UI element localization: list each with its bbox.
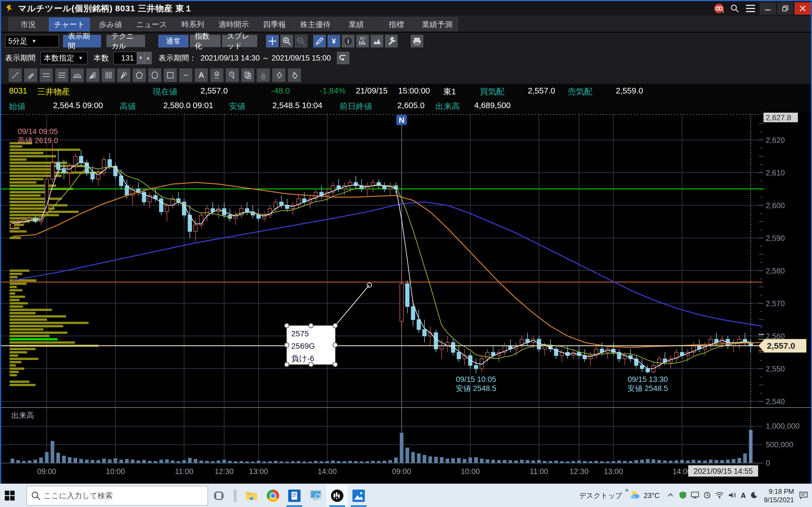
svg-text:11:00: 11:00 bbox=[530, 467, 548, 476]
three-hlines-icon[interactable] bbox=[55, 68, 68, 82]
chevron-double-icon[interactable]: » bbox=[625, 487, 628, 494]
yen-icon[interactable]: ¥ bbox=[327, 35, 340, 47]
time-axis: 09:0010:0011:0012:3013:0014:0009:0010:00… bbox=[37, 467, 692, 476]
svg-text:MY: MY bbox=[360, 37, 365, 41]
tab-業績予測[interactable]: 業績予測 bbox=[417, 17, 458, 32]
chart-area[interactable]: 2,6202,6102,6002,5902,5802,5702,5602,550… bbox=[1, 113, 811, 484]
my-chart-icon[interactable]: MY bbox=[356, 35, 369, 47]
svg-text:13:00: 13:00 bbox=[604, 467, 623, 476]
tab-株主優待[interactable]: 株主優待 bbox=[295, 17, 336, 32]
chrome-icon[interactable] bbox=[262, 485, 284, 507]
news-app-icon[interactable] bbox=[284, 485, 305, 507]
interval-dropdown[interactable]: 5分足▼ bbox=[5, 35, 59, 47]
tab-四季報[interactable]: 四季報 bbox=[255, 17, 294, 32]
crayon-icon[interactable] bbox=[24, 68, 38, 82]
count-increment-button[interactable]: ▲ bbox=[144, 52, 152, 64]
tab-ニュース[interactable]: ニュース bbox=[131, 17, 172, 32]
weather-icon[interactable] bbox=[629, 490, 641, 502]
remote-viewer-icon[interactable] bbox=[305, 485, 326, 507]
pencil-icon[interactable] bbox=[313, 35, 326, 47]
tab-bar: 市況チャート歩み値ニュース時系列適時開示四季報株主優待業績指標業績予測 bbox=[1, 16, 811, 32]
crosshair-icon[interactable] bbox=[266, 35, 278, 47]
count-mode-dropdown[interactable]: 本数指定▼ bbox=[41, 52, 87, 64]
info-icon[interactable]: i bbox=[342, 35, 354, 47]
svg-text:12:30: 12:30 bbox=[214, 467, 234, 476]
pentagon-icon[interactable] bbox=[133, 68, 146, 82]
moon-icon[interactable] bbox=[750, 492, 758, 500]
hline-segment-icon[interactable] bbox=[179, 68, 193, 82]
indexed-button[interactable]: 指数化 bbox=[190, 35, 220, 47]
tab-業績[interactable]: 業績 bbox=[337, 17, 376, 32]
search-icon[interactable] bbox=[728, 3, 741, 14]
eraser-all-icon[interactable]: A bbox=[288, 68, 301, 82]
display-icon[interactable] bbox=[691, 492, 699, 500]
tab-指標[interactable]: 指標 bbox=[377, 17, 416, 32]
technical-button[interactable]: テクニカル bbox=[107, 35, 145, 47]
trendline-icon[interactable] bbox=[8, 68, 22, 82]
file-explorer-icon[interactable] bbox=[241, 485, 262, 507]
taskbar-search-input[interactable]: ここに入力して検索 bbox=[27, 486, 208, 506]
taskbar-clock[interactable]: 9:18 PM 9/15/2021 bbox=[764, 487, 794, 504]
photos-app-icon[interactable] bbox=[348, 485, 369, 507]
spread-button[interactable]: スプレッド bbox=[222, 35, 257, 47]
rectangle-icon[interactable] bbox=[163, 68, 177, 82]
zoom-in-icon[interactable] bbox=[281, 35, 293, 47]
reset-period-icon[interactable] bbox=[337, 52, 349, 64]
tab-時系列[interactable]: 時系列 bbox=[173, 17, 213, 32]
vlines-icon[interactable] bbox=[101, 68, 115, 82]
svg-text:2,580: 2,580 bbox=[766, 267, 785, 275]
svg-text:2,620: 2,620 bbox=[766, 136, 785, 145]
svg-text:i: i bbox=[347, 38, 349, 45]
eraser-icon[interactable] bbox=[272, 68, 286, 82]
count-input[interactable]: 131 bbox=[113, 52, 137, 64]
icon-stamp-icon[interactable]: icon bbox=[210, 68, 223, 82]
hidden-icons-chevron[interactable] bbox=[667, 492, 674, 500]
hand-icon[interactable] bbox=[257, 68, 270, 82]
two-hlines-icon[interactable] bbox=[40, 68, 53, 82]
sync-icon[interactable] bbox=[703, 492, 711, 500]
quote-date: 21/09/15 bbox=[356, 86, 388, 96]
text-note-annotation[interactable]: 25752569G負け-6 bbox=[285, 283, 371, 367]
news-badge[interactable]: N bbox=[396, 115, 407, 125]
notification-center-icon[interactable] bbox=[799, 491, 808, 500]
text-icon[interactable]: A bbox=[195, 68, 208, 82]
tab-歩み値[interactable]: 歩み値 bbox=[91, 17, 130, 32]
price-chart[interactable]: 2,6202,6102,6002,5902,5802,5702,5602,550… bbox=[1, 113, 811, 484]
minimize-button[interactable] bbox=[760, 2, 776, 15]
svg-text:A: A bbox=[199, 71, 204, 79]
volume-icon[interactable] bbox=[728, 492, 736, 500]
normal-button[interactable]: 通常 bbox=[158, 35, 188, 47]
display-period-button[interactable]: 表示期間 bbox=[63, 35, 101, 47]
tab-市況[interactable]: 市況 bbox=[8, 17, 48, 32]
count-decrement-button[interactable]: ▼ bbox=[137, 52, 144, 64]
fan-lines-icon[interactable] bbox=[86, 68, 100, 82]
zoom-out-icon[interactable] bbox=[295, 35, 307, 47]
ime-mode-indicator[interactable]: A bbox=[741, 492, 746, 500]
volume-profile bbox=[10, 142, 103, 386]
temperature-label[interactable]: 23°C bbox=[644, 492, 659, 500]
area-chart-icon[interactable] bbox=[371, 35, 383, 47]
close-button[interactable] bbox=[795, 2, 811, 15]
tab-チャート[interactable]: チャート bbox=[49, 17, 90, 32]
time-arrow-icon[interactable] bbox=[225, 68, 239, 82]
link-group-icon[interactable]: 1 bbox=[713, 3, 725, 14]
current-label: 現在値 bbox=[153, 86, 177, 98]
ellipse-icon[interactable] bbox=[148, 68, 161, 82]
copy-icon[interactable] bbox=[241, 68, 255, 82]
svg-text:09:00: 09:00 bbox=[392, 467, 411, 476]
desktop-toolbar[interactable]: » デスクトップ bbox=[579, 491, 622, 500]
tab-適時開示[interactable]: 適時開示 bbox=[213, 17, 254, 32]
restore-button[interactable] bbox=[777, 2, 794, 15]
start-button[interactable] bbox=[0, 485, 20, 507]
print-icon[interactable] bbox=[411, 35, 423, 47]
quote-row-1: 8031 三井物産 現在値 2,557.0 -48.0 -1.84% 21/09… bbox=[1, 84, 811, 99]
pitchfork-icon[interactable] bbox=[117, 68, 131, 82]
trading-app-icon[interactable] bbox=[326, 485, 348, 507]
task-view-icon[interactable] bbox=[208, 485, 230, 507]
shield-icon[interactable] bbox=[679, 491, 687, 500]
fibonacci-arc-icon[interactable] bbox=[70, 68, 84, 82]
wrench-icon[interactable] bbox=[385, 35, 398, 47]
menu-icon[interactable] bbox=[744, 3, 757, 14]
wifi-icon[interactable] bbox=[715, 492, 724, 500]
quote-time: 15:00:00 bbox=[398, 86, 430, 96]
